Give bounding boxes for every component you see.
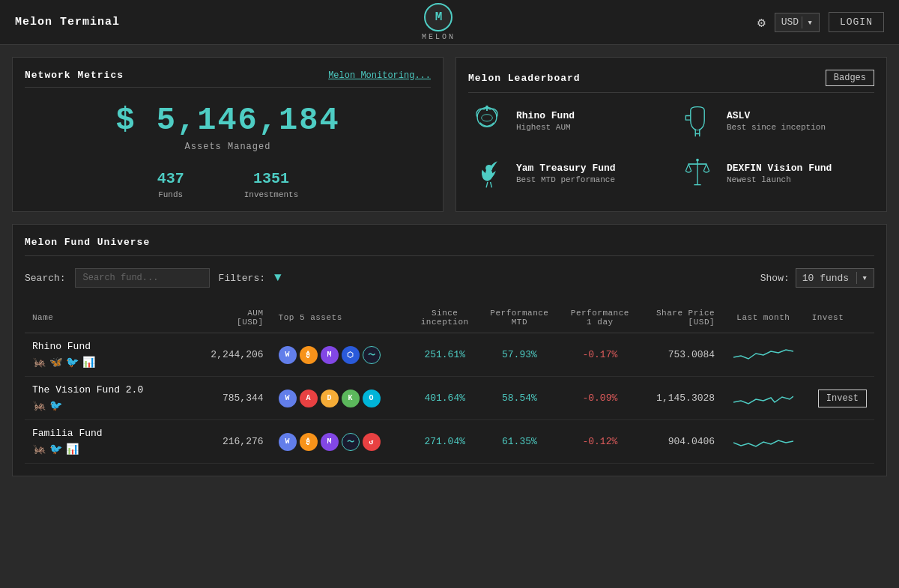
investments-label: Investments: [244, 190, 299, 199]
aum-display: $ 5,146,184 Assets Managed: [25, 103, 431, 152]
fund-badges: 🦗 🦋 🐦 📊: [32, 355, 181, 369]
show-value: 10 funds: [802, 273, 849, 284]
fund-badges: 🦗 🐦 📊: [32, 442, 181, 455]
table-row: The Vision Fund 2.0 🦗 🐦 785,344 W A D K: [25, 377, 874, 420]
header: Melon Terminal M MELON ⚙ USD ▾ LOGIN: [0, 0, 899, 45]
asset-avax: ↺: [363, 433, 381, 451]
col-header-lastmonth: Last month: [722, 303, 805, 333]
aslv-icon: [679, 102, 716, 139]
investments-metric: 1351 Investments: [244, 170, 299, 199]
leaderboard-item-rhino: Rhino Fund Highest AUM: [468, 102, 664, 139]
top-assets-list: W ₿ M 〜 ↺: [279, 433, 403, 451]
rhino-fund-icon: [468, 102, 506, 139]
leaderboard-item-aslv: ASLV Best since inception: [679, 102, 874, 139]
col-header-name: Name: [25, 303, 189, 333]
svg-point-1: [482, 115, 493, 121]
asset-ocean: O: [363, 390, 381, 407]
header-right: ⚙ USD ▾ LOGIN: [757, 12, 884, 32]
badge-icon-2: 🐦: [49, 442, 62, 455]
asset-weth: W: [279, 346, 297, 364]
asset-mln: 〜: [342, 433, 360, 451]
fund-top5: W ₿ M ⬡ 〜: [271, 333, 411, 377]
investments-value: 1351: [244, 170, 299, 187]
fund-badges: 🦗 🐦: [32, 398, 181, 412]
aslv-name: ASLV: [727, 110, 826, 121]
leaderboard-header: Melon Leaderboard Badges: [468, 70, 874, 93]
search-filter-area: Search: Filters: ▼: [25, 268, 282, 288]
svg-point-10: [696, 159, 699, 162]
table-row: Familia Fund 🦗 🐦 📊 216,276 W ₿ M: [25, 420, 874, 464]
leaderboard-item-dexfin: DEXFIN Vision Fund Newest launch: [679, 154, 874, 192]
badge-icon-1: 🦗: [32, 442, 46, 455]
rhino-fund-name: Rhino Fund: [516, 110, 575, 121]
rhino-fund-info: Rhino Fund Highest AUM: [516, 110, 575, 132]
fund-mtd: 57.93%: [479, 333, 560, 377]
asset-matic: M: [321, 433, 339, 451]
badge-icon-1: 🦗: [32, 355, 46, 369]
dexfin-desc: Newest launch: [727, 175, 832, 184]
fund-mtd: 58.54%: [479, 377, 560, 420]
currency-dropdown[interactable]: USD ▾: [775, 13, 820, 32]
asset-avax: A: [300, 390, 318, 407]
dexfin-info: DEXFIN Vision Fund Newest launch: [727, 163, 832, 184]
col-header-invest: Invest: [805, 303, 874, 333]
settings-icon[interactable]: ⚙: [757, 14, 766, 31]
sparkline-chart: [733, 429, 793, 452]
invest-button[interactable]: Invest: [818, 390, 867, 407]
leaderboard-panel: Melon Leaderboard Badges: [455, 57, 887, 212]
login-button[interactable]: LOGIN: [829, 12, 884, 32]
fund-1day: -0.17%: [560, 333, 640, 377]
search-input[interactable]: [75, 268, 210, 288]
dexfin-name: DEXFIN Vision Fund: [727, 163, 832, 174]
network-metrics-header: Network Metrics Melon Monitoring...: [25, 70, 431, 88]
yam-info: Yam Treasury Fund Best MTD performance: [516, 163, 616, 184]
filter-icon[interactable]: ▼: [274, 271, 282, 285]
badge-icon-1: 🦗: [32, 398, 46, 412]
fund-name: Familia Fund: [32, 428, 181, 439]
fund-since: 251.61%: [411, 333, 479, 377]
fund-share: 753.0084: [641, 333, 723, 377]
fund-aum: 216,276: [189, 420, 271, 464]
fund-lastmonth: [722, 333, 805, 377]
fund-1day: -0.12%: [560, 420, 640, 464]
aum-value: $ 5,146,184: [25, 103, 431, 139]
yam-name: Yam Treasury Fund: [516, 163, 616, 174]
asset-dai: D: [321, 390, 339, 407]
main-content: Network Metrics Melon Monitoring... $ 5,…: [0, 45, 899, 488]
asset-weth: W: [279, 433, 297, 451]
fund-name: Rhino Fund: [32, 341, 181, 352]
leaderboard-grid: Rhino Fund Highest AUM: [468, 102, 874, 192]
yam-desc: Best MTD performance: [516, 175, 616, 184]
header-center: M MELON: [422, 3, 455, 41]
badge-icon-4: 📊: [82, 355, 95, 369]
fund-universe-controls: Search: Filters: ▼ Show: 10 funds ▾: [25, 268, 874, 288]
aslv-desc: Best since inception: [727, 123, 826, 132]
badges-button[interactable]: Badges: [826, 70, 874, 86]
asset-mln: 〜: [363, 346, 381, 364]
show-chevron-icon: ▾: [856, 272, 868, 284]
fund-share: 904.0406: [641, 420, 723, 464]
col-header-top5: Top 5 assets: [271, 303, 411, 333]
asset-matic: M: [321, 346, 339, 364]
top-assets-list: W A D K O: [279, 390, 403, 407]
melon-monitoring-link[interactable]: Melon Monitoring...: [328, 70, 431, 81]
funds-label: Funds: [157, 190, 184, 199]
asset-weth: W: [279, 390, 297, 407]
show-label: Show:: [760, 273, 790, 284]
yam-icon: [468, 154, 506, 192]
metrics-row: 437 Funds 1351 Investments: [25, 170, 431, 199]
fund-name-cell: Rhino Fund 🦗 🦋 🐦 📊: [25, 333, 189, 377]
badge-icon-3: 🐦: [65, 355, 79, 369]
logo: Melon Terminal: [15, 16, 120, 28]
fund-lastmonth: [722, 420, 805, 464]
aum-label: Assets Managed: [25, 142, 431, 152]
col-header-since: Sinceinception: [411, 303, 479, 333]
fund-top5: W ₿ M 〜 ↺: [271, 420, 411, 464]
fund-table: Name AUM[USD] Top 5 assets Sinceinceptio…: [25, 303, 874, 464]
leaderboard-item-yam: Yam Treasury Fund Best MTD performance: [468, 154, 664, 192]
network-metrics-panel: Network Metrics Melon Monitoring... $ 5,…: [12, 57, 444, 212]
show-dropdown[interactable]: 10 funds ▾: [796, 268, 874, 288]
invest-cell[interactable]: Invest: [805, 377, 874, 420]
filters-label: Filters:: [219, 273, 265, 284]
fund-top5: W A D K O: [271, 377, 411, 420]
